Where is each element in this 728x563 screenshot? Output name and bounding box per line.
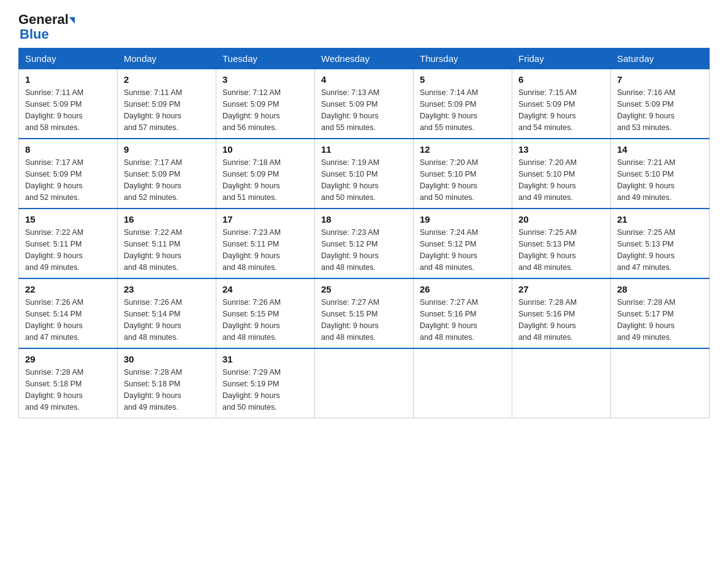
calendar-cell: 11Sunrise: 7:19 AMSunset: 5:10 PMDayligh…: [315, 139, 414, 209]
day-number: 26: [420, 284, 506, 294]
header-sunday: Sunday: [19, 48, 118, 69]
calendar-cell: 5Sunrise: 7:14 AMSunset: 5:09 PMDaylight…: [414, 69, 512, 139]
calendar-cell: 2Sunrise: 7:11 AMSunset: 5:09 PMDaylight…: [118, 69, 216, 139]
calendar-cell: 31Sunrise: 7:29 AMSunset: 5:19 PMDayligh…: [216, 348, 315, 418]
week-row-3: 15Sunrise: 7:22 AMSunset: 5:11 PMDayligh…: [19, 209, 710, 278]
day-info: Sunrise: 7:23 AMSunset: 5:11 PMDaylight:…: [222, 228, 281, 271]
week-row-1: 1Sunrise: 7:11 AMSunset: 5:09 PMDaylight…: [19, 69, 710, 139]
day-info: Sunrise: 7:22 AMSunset: 5:11 PMDaylight:…: [124, 228, 182, 271]
day-info: Sunrise: 7:20 AMSunset: 5:10 PMDaylight:…: [518, 158, 577, 201]
calendar-cell: 1Sunrise: 7:11 AMSunset: 5:09 PMDaylight…: [19, 69, 118, 139]
day-number: 1: [25, 74, 111, 85]
calendar-cell: 30Sunrise: 7:28 AMSunset: 5:18 PMDayligh…: [118, 348, 216, 418]
calendar-cell: 15Sunrise: 7:22 AMSunset: 5:11 PMDayligh…: [19, 209, 118, 278]
calendar-cell: 24Sunrise: 7:26 AMSunset: 5:15 PMDayligh…: [216, 278, 315, 348]
day-info: Sunrise: 7:28 AMSunset: 5:18 PMDaylight:…: [25, 368, 83, 411]
day-number: 10: [222, 144, 308, 155]
day-number: 28: [617, 284, 703, 294]
day-number: 7: [617, 74, 703, 85]
header-saturday: Saturday: [611, 48, 710, 69]
day-info: Sunrise: 7:22 AMSunset: 5:11 PMDaylight:…: [25, 228, 83, 271]
calendar-cell: 6Sunrise: 7:15 AMSunset: 5:09 PMDaylight…: [512, 69, 611, 139]
day-info: Sunrise: 7:21 AMSunset: 5:10 PMDaylight:…: [617, 158, 675, 201]
calendar-table: SundayMondayTuesdayWednesdayThursdayFrid…: [18, 48, 710, 418]
calendar-cell: 28Sunrise: 7:28 AMSunset: 5:17 PMDayligh…: [611, 278, 710, 348]
calendar-cell: 22Sunrise: 7:26 AMSunset: 5:14 PMDayligh…: [19, 278, 118, 348]
day-info: Sunrise: 7:24 AMSunset: 5:12 PMDaylight:…: [420, 228, 478, 271]
day-info: Sunrise: 7:11 AMSunset: 5:09 PMDaylight:…: [124, 88, 182, 131]
day-info: Sunrise: 7:27 AMSunset: 5:16 PMDaylight:…: [420, 298, 478, 341]
header-tuesday: Tuesday: [216, 48, 315, 69]
day-info: Sunrise: 7:25 AMSunset: 5:13 PMDaylight:…: [518, 228, 577, 271]
calendar-cell: 29Sunrise: 7:28 AMSunset: 5:18 PMDayligh…: [19, 348, 118, 418]
day-info: Sunrise: 7:28 AMSunset: 5:17 PMDaylight:…: [617, 298, 675, 341]
calendar-cell: 3Sunrise: 7:12 AMSunset: 5:09 PMDaylight…: [216, 69, 315, 139]
calendar-cell: 8Sunrise: 7:17 AMSunset: 5:09 PMDaylight…: [19, 139, 118, 209]
day-info: Sunrise: 7:28 AMSunset: 5:16 PMDaylight:…: [518, 298, 577, 341]
calendar-cell: [512, 348, 611, 418]
day-number: 30: [124, 354, 210, 364]
day-number: 31: [222, 354, 308, 364]
calendar-cell: 18Sunrise: 7:23 AMSunset: 5:12 PMDayligh…: [315, 209, 414, 278]
calendar-cell: 26Sunrise: 7:27 AMSunset: 5:16 PMDayligh…: [414, 278, 512, 348]
day-number: 24: [222, 284, 308, 294]
day-info: Sunrise: 7:18 AMSunset: 5:09 PMDaylight:…: [222, 158, 281, 201]
day-number: 12: [420, 144, 506, 155]
day-number: 22: [25, 284, 111, 294]
logo: General Blue: [18, 12, 75, 42]
day-info: Sunrise: 7:26 AMSunset: 5:15 PMDaylight:…: [222, 298, 281, 341]
day-number: 23: [124, 284, 210, 294]
day-number: 2: [124, 74, 210, 85]
calendar-cell: 25Sunrise: 7:27 AMSunset: 5:15 PMDayligh…: [315, 278, 414, 348]
day-number: 17: [222, 214, 308, 224]
day-info: Sunrise: 7:14 AMSunset: 5:09 PMDaylight:…: [420, 88, 478, 131]
day-info: Sunrise: 7:27 AMSunset: 5:15 PMDaylight:…: [321, 298, 379, 341]
day-number: 3: [222, 74, 308, 85]
header-wednesday: Wednesday: [315, 48, 414, 69]
logo-bottom: Blue: [20, 27, 49, 42]
day-number: 8: [25, 144, 111, 155]
day-info: Sunrise: 7:25 AMSunset: 5:13 PMDaylight:…: [617, 228, 675, 271]
calendar-cell: 20Sunrise: 7:25 AMSunset: 5:13 PMDayligh…: [512, 209, 611, 278]
calendar-cell: 12Sunrise: 7:20 AMSunset: 5:10 PMDayligh…: [414, 139, 512, 209]
header-monday: Monday: [118, 48, 216, 69]
day-number: 19: [420, 214, 506, 224]
day-number: 15: [25, 214, 111, 224]
day-info: Sunrise: 7:12 AMSunset: 5:09 PMDaylight:…: [222, 88, 281, 131]
calendar-cell: 10Sunrise: 7:18 AMSunset: 5:09 PMDayligh…: [216, 139, 315, 209]
day-number: 27: [518, 284, 604, 294]
day-info: Sunrise: 7:26 AMSunset: 5:14 PMDaylight:…: [25, 298, 83, 341]
page-header: General Blue: [18, 12, 710, 42]
calendar-cell: 4Sunrise: 7:13 AMSunset: 5:09 PMDaylight…: [315, 69, 414, 139]
day-info: Sunrise: 7:17 AMSunset: 5:09 PMDaylight:…: [25, 158, 83, 201]
week-row-5: 29Sunrise: 7:28 AMSunset: 5:18 PMDayligh…: [19, 348, 710, 418]
day-number: 14: [617, 144, 703, 155]
day-number: 16: [124, 214, 210, 224]
day-info: Sunrise: 7:29 AMSunset: 5:19 PMDaylight:…: [222, 368, 281, 411]
day-info: Sunrise: 7:23 AMSunset: 5:12 PMDaylight:…: [321, 228, 379, 271]
day-number: 18: [321, 214, 407, 224]
week-row-4: 22Sunrise: 7:26 AMSunset: 5:14 PMDayligh…: [19, 278, 710, 348]
calendar-cell: [414, 348, 512, 418]
calendar-header-row: SundayMondayTuesdayWednesdayThursdayFrid…: [19, 48, 710, 69]
calendar-cell: 9Sunrise: 7:17 AMSunset: 5:09 PMDaylight…: [118, 139, 216, 209]
day-number: 9: [124, 144, 210, 155]
calendar-cell: 14Sunrise: 7:21 AMSunset: 5:10 PMDayligh…: [611, 139, 710, 209]
day-info: Sunrise: 7:26 AMSunset: 5:14 PMDaylight:…: [124, 298, 182, 341]
header-thursday: Thursday: [414, 48, 512, 69]
header-friday: Friday: [512, 48, 611, 69]
day-info: Sunrise: 7:28 AMSunset: 5:18 PMDaylight:…: [124, 368, 182, 411]
day-number: 13: [518, 144, 604, 155]
day-info: Sunrise: 7:16 AMSunset: 5:09 PMDaylight:…: [617, 88, 675, 131]
logo-top: General: [18, 12, 75, 27]
calendar-cell: [315, 348, 414, 418]
calendar-cell: 21Sunrise: 7:25 AMSunset: 5:13 PMDayligh…: [611, 209, 710, 278]
day-number: 29: [25, 354, 111, 364]
calendar-cell: 17Sunrise: 7:23 AMSunset: 5:11 PMDayligh…: [216, 209, 315, 278]
day-number: 4: [321, 74, 407, 85]
day-number: 5: [420, 74, 506, 85]
day-info: Sunrise: 7:20 AMSunset: 5:10 PMDaylight:…: [420, 158, 478, 201]
day-number: 21: [617, 214, 703, 224]
day-number: 11: [321, 144, 407, 155]
day-number: 25: [321, 284, 407, 294]
